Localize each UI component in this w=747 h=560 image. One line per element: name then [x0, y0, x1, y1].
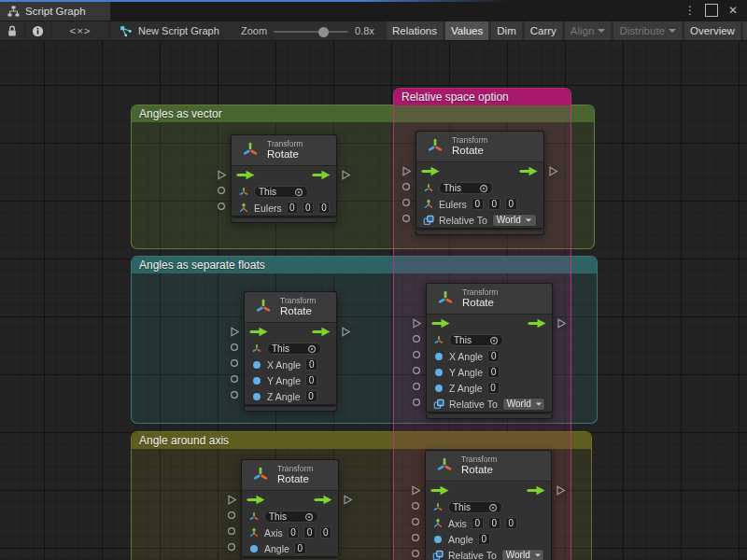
axis-value-input[interactable]: 0: [320, 526, 331, 539]
flow-in-arrow-icon[interactable]: [249, 327, 269, 337]
this-input-port[interactable]: [230, 343, 239, 352]
x-angle-input-port[interactable]: [412, 350, 421, 359]
x-angle-value-input[interactable]: 0: [305, 358, 317, 371]
eulers-input-port[interactable]: [217, 202, 226, 211]
y-angle-value-input[interactable]: 0: [487, 366, 500, 378]
eulers-value-input[interactable]: 0: [318, 202, 330, 214]
window-maximize-icon[interactable]: [705, 4, 718, 17]
y-angle-value-input[interactable]: 0: [305, 374, 317, 386]
eulers-value-input[interactable]: 0: [505, 198, 517, 210]
node-rotate-euler[interactable]: TransformRotate This Eulers000: [231, 134, 337, 223]
axis-value-input[interactable]: 0: [488, 517, 500, 529]
node-header[interactable]: TransformRotate: [244, 291, 337, 323]
eulers-value-input[interactable]: 0: [488, 198, 500, 210]
node-header[interactable]: TransformRotate: [426, 283, 553, 315]
node-header[interactable]: TransformRotate: [425, 450, 552, 482]
axis-input-port[interactable]: [227, 526, 236, 536]
relative-to-input-port[interactable]: [411, 549, 420, 558]
axis-value-input[interactable]: 0: [303, 526, 315, 539]
toolbar-button-carry[interactable]: Carry: [525, 21, 562, 40]
this-object-field[interactable]: This: [449, 334, 503, 346]
flow-output-port[interactable]: [557, 317, 567, 329]
flow-in-arrow-icon[interactable]: [430, 485, 450, 496]
axis-value-input[interactable]: 0: [472, 517, 484, 529]
z-angle-input-port[interactable]: [412, 382, 421, 391]
tab-script-graph[interactable]: Script Graph: [0, 2, 110, 21]
group-label-relative-space-option[interactable]: Relative space option: [394, 89, 571, 105]
this-input-port[interactable]: [217, 186, 226, 195]
object-picker-icon[interactable]: [304, 512, 314, 522]
this-input-port[interactable]: [412, 334, 421, 343]
axis-value-input[interactable]: 0: [288, 526, 299, 539]
axis-value-input[interactable]: 0: [505, 517, 517, 529]
flow-output-port[interactable]: [341, 326, 351, 338]
this-object-field[interactable]: This: [267, 343, 321, 355]
relative-to-input-port[interactable]: [412, 398, 421, 407]
window-close-icon[interactable]: ✕: [726, 4, 740, 17]
relative-to-dropdown[interactable]: World: [492, 214, 537, 227]
this-object-field[interactable]: This: [448, 501, 502, 513]
flow-out-arrow-icon[interactable]: [528, 318, 547, 329]
toolbar-button-dim[interactable]: Dim: [491, 21, 521, 40]
flow-in-arrow-icon[interactable]: [247, 495, 266, 505]
angle-value-input[interactable]: 0: [294, 542, 306, 554]
eulers-value-input[interactable]: 0: [303, 202, 314, 214]
zoom-slider-thumb[interactable]: [318, 27, 329, 37]
eulers-value-input[interactable]: 0: [287, 202, 298, 214]
toolbar-button-relations[interactable]: Relations: [387, 21, 443, 40]
toolbar-button-full-screen[interactable]: Full Screen: [743, 21, 747, 40]
flow-out-arrow-icon[interactable]: [312, 170, 331, 180]
relative-to-dropdown[interactable]: World: [501, 549, 544, 560]
lock-button[interactable]: [0, 21, 25, 40]
z-angle-input-port[interactable]: [230, 390, 239, 399]
z-angle-value-input[interactable]: 0: [487, 382, 500, 394]
flow-output-port[interactable]: [343, 494, 353, 506]
graph-canvas[interactable]: Angles as vectorAngles as separate float…: [0, 41, 747, 560]
object-picker-icon[interactable]: [307, 344, 317, 354]
eulers-input-port[interactable]: [402, 198, 411, 207]
object-picker-icon[interactable]: [479, 184, 488, 193]
this-object-field[interactable]: This: [254, 186, 308, 198]
code-view-button[interactable]: <×>: [51, 21, 110, 40]
flow-output-port[interactable]: [548, 165, 558, 177]
y-angle-input-port[interactable]: [412, 366, 421, 375]
node-header[interactable]: TransformRotate: [241, 459, 339, 491]
flow-output-port[interactable]: [341, 169, 351, 181]
angle-input-port[interactable]: [411, 533, 420, 542]
node-rotate-floats[interactable]: TransformRotate This X Angle0Y Angle0Z A…: [244, 291, 337, 412]
toolbar-button-values[interactable]: Values: [445, 21, 488, 40]
object-picker-icon[interactable]: [488, 503, 498, 512]
info-button[interactable]: [25, 21, 51, 40]
flow-out-arrow-icon[interactable]: [527, 485, 546, 496]
this-object-field[interactable]: This: [264, 511, 318, 523]
x-angle-input-port[interactable]: [230, 358, 239, 368]
object-picker-icon[interactable]: [294, 188, 303, 197]
z-angle-value-input[interactable]: 0: [305, 390, 317, 402]
node-rotate-axis[interactable]: TransformRotate This Axis000Angle0: [241, 459, 339, 560]
node-rotate-euler-relative[interactable]: TransformRotate This Eulers000 Relative …: [416, 131, 544, 235]
flow-output-port[interactable]: [556, 484, 566, 497]
y-angle-input-port[interactable]: [230, 374, 239, 384]
zoom-slider[interactable]: [274, 31, 348, 33]
flow-out-arrow-icon[interactable]: [519, 166, 539, 176]
eulers-value-input[interactable]: 0: [472, 198, 484, 210]
axis-input-port[interactable]: [411, 517, 420, 526]
flow-input-port[interactable]: [411, 484, 421, 497]
this-input-port[interactable]: [402, 182, 411, 191]
flow-input-port[interactable]: [230, 326, 240, 338]
flow-input-port[interactable]: [412, 317, 422, 329]
flow-in-arrow-icon[interactable]: [236, 170, 256, 180]
this-input-port[interactable]: [411, 501, 420, 511]
flow-input-port[interactable]: [402, 165, 412, 177]
node-rotate-floats-relative[interactable]: TransformRotate This X Angle0Y Angle0Z A…: [426, 283, 553, 419]
flow-out-arrow-icon[interactable]: [312, 327, 331, 337]
flow-in-arrow-icon[interactable]: [421, 166, 441, 176]
window-menu-icon[interactable]: ⋮: [684, 4, 697, 17]
object-picker-icon[interactable]: [489, 336, 499, 345]
node-header[interactable]: TransformRotate: [416, 131, 544, 162]
relative-to-input-port[interactable]: [402, 214, 411, 223]
toolbar-button-overview[interactable]: Overview: [684, 21, 740, 40]
angle-input-port[interactable]: [227, 542, 236, 552]
this-object-field[interactable]: This: [439, 182, 493, 194]
flow-input-port[interactable]: [217, 169, 227, 181]
